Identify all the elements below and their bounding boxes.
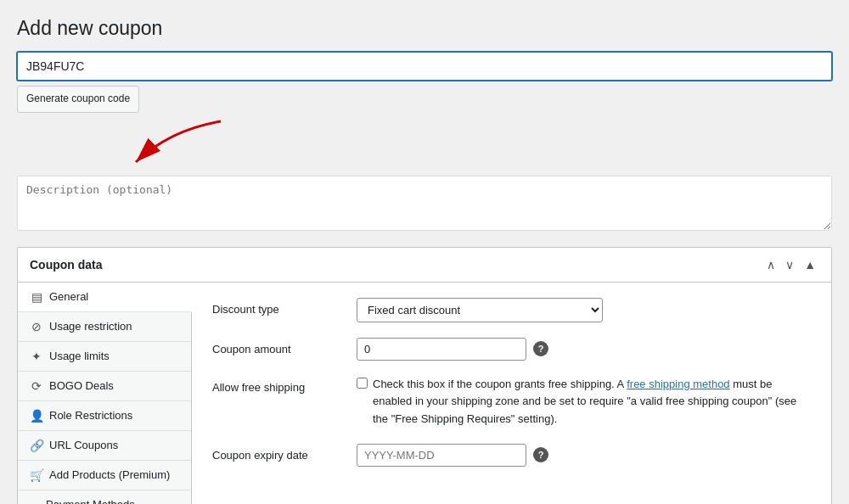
sidebar-nav: ▤ General ⊘ Usage restriction ✦ Usage li…: [18, 283, 192, 504]
coupon-data-section: Coupon data ∧ ∨ ▲ ▤ General ⊘ Usage rest…: [17, 247, 832, 504]
annotation-arrow: [85, 113, 238, 172]
discount-type-row: Discount type Percentage discount Fixed …: [212, 298, 811, 322]
free-shipping-text-before: Check this box if the coupon grants free…: [373, 378, 627, 390]
free-shipping-checkbox[interactable]: [357, 378, 368, 389]
coupon-expiry-control: ?: [357, 444, 811, 467]
coupon-expiry-input[interactable]: [357, 444, 526, 467]
sidebar-label-usage-limits: Usage limits: [49, 350, 110, 362]
coupon-code-input[interactable]: [17, 52, 832, 81]
sidebar-label-general: General: [49, 290, 88, 303]
sidebar-label-payment: Payment Methods Restriction (Premium): [46, 498, 179, 504]
general-content-area: Discount type Percentage discount Fixed …: [192, 283, 831, 504]
sidebar-label-products: Add Products (Premium): [49, 468, 170, 481]
description-textarea[interactable]: [17, 176, 832, 231]
general-icon: ▤: [30, 290, 43, 304]
usage-limits-icon: ✦: [30, 350, 43, 363]
free-shipping-method-link[interactable]: free shipping method: [627, 378, 729, 390]
sidebar-label-url: URL Coupons: [49, 439, 118, 451]
sidebar-label-usage-restriction: Usage restriction: [49, 320, 132, 333]
coupon-expiry-label: Coupon expiry date: [212, 444, 357, 462]
free-shipping-label: Allow free shipping: [212, 376, 357, 394]
sidebar-item-usage-limits[interactable]: ✦ Usage limits: [18, 342, 191, 372]
coupon-amount-control: ?: [357, 338, 811, 361]
sidebar-item-role-restrictions[interactable]: 👤 Role Restrictions: [18, 401, 191, 431]
sidebar-item-add-products[interactable]: 🛒 Add Products (Premium): [18, 461, 191, 490]
sidebar-item-usage-restriction[interactable]: ⊘ Usage restriction: [18, 312, 191, 342]
free-shipping-control: Check this box if the coupon grants free…: [357, 376, 811, 428]
page-title: Add new coupon: [17, 17, 832, 40]
coupon-amount-label: Coupon amount: [212, 338, 357, 356]
sidebar-label-role: Role Restrictions: [49, 409, 132, 422]
role-icon: 👤: [30, 409, 43, 423]
header-controls: ∧ ∨ ▲: [763, 256, 819, 273]
collapse-down-button[interactable]: ∨: [782, 256, 797, 273]
toggle-button[interactable]: ▲: [801, 256, 819, 273]
url-icon: 🔗: [30, 439, 43, 452]
coupon-data-title: Coupon data: [30, 258, 103, 272]
coupon-data-header: Coupon data ∧ ∨ ▲: [18, 248, 831, 283]
coupon-amount-input[interactable]: [357, 338, 526, 361]
collapse-up-button[interactable]: ∧: [763, 256, 779, 273]
coupon-data-body: ▤ General ⊘ Usage restriction ✦ Usage li…: [18, 283, 831, 504]
free-shipping-description: Check this box if the coupon grants free…: [373, 376, 811, 428]
sidebar-item-payment-methods[interactable]: ✏ Payment Methods Restriction (Premium): [18, 490, 191, 504]
sidebar-item-bogo-deals[interactable]: ⟳ BOGO Deals: [18, 372, 191, 401]
sidebar-label-bogo: BOGO Deals: [49, 379, 114, 392]
products-icon: 🛒: [30, 468, 43, 482]
sidebar-item-url-coupons[interactable]: 🔗 URL Coupons: [18, 431, 191, 461]
coupon-expiry-help-icon[interactable]: ?: [533, 447, 548, 462]
free-shipping-checkbox-line: Check this box if the coupon grants free…: [357, 376, 811, 428]
sidebar-item-general[interactable]: ▤ General: [18, 283, 192, 312]
generate-coupon-button[interactable]: Generate coupon code: [17, 86, 139, 113]
bogo-icon: ⟳: [30, 379, 43, 393]
free-shipping-row: Allow free shipping Check this box if th…: [212, 376, 811, 428]
discount-type-select[interactable]: Percentage discount Fixed cart discount …: [357, 298, 603, 322]
coupon-expiry-row: Coupon expiry date ?: [212, 444, 811, 467]
usage-restriction-icon: ⊘: [30, 320, 43, 333]
discount-type-control: Percentage discount Fixed cart discount …: [357, 298, 811, 322]
discount-type-label: Discount type: [212, 298, 357, 316]
coupon-amount-help-icon[interactable]: ?: [533, 341, 548, 356]
coupon-amount-row: Coupon amount ?: [212, 338, 811, 361]
